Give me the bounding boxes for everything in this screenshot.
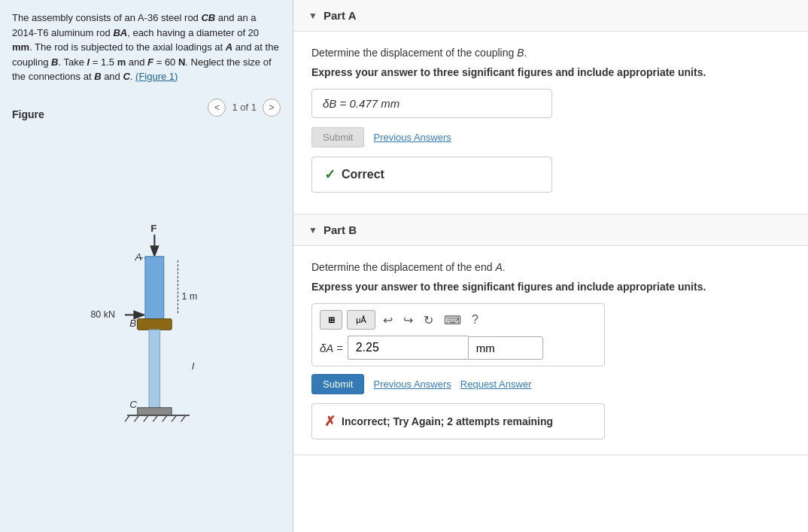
part-b-unit-input[interactable]	[468, 336, 543, 360]
problem-text: The assembly consists of an A-36 steel r…	[12, 11, 281, 84]
svg-rect-14	[137, 408, 172, 415]
figure-label: Figure	[12, 108, 44, 120]
left-panel: The assembly consists of an A-36 steel r…	[0, 0, 293, 532]
part-a-content: Determine the displacement of the coupli…	[293, 32, 808, 214]
part-b-header[interactable]: ▼ Part B	[293, 214, 808, 246]
part-b-section: ▼ Part B Determine the displacement of t…	[293, 214, 808, 455]
svg-text:A: A	[134, 251, 141, 263]
part-a-answer-box: δB = 0.477 mm	[311, 89, 552, 118]
part-a-chevron: ▼	[308, 11, 317, 21]
part-a-submit-button[interactable]: Submit	[311, 127, 364, 147]
part-b-incorrect-label: Incorrect; Try Again; 2 attempts remaini…	[342, 415, 553, 427]
figure-link[interactable]: (Figure 1)	[135, 71, 178, 82]
part-b-chevron: ▼	[308, 225, 317, 236]
part-b-input-row: δA =	[320, 336, 597, 360]
part-b-incorrect-box: ✗ Incorrect; Try Again; 2 attempts remai…	[311, 403, 605, 439]
refresh-icon: ↻	[424, 314, 433, 327]
keyboard-button[interactable]: ⌨	[441, 312, 464, 329]
undo-icon: ↩	[383, 314, 393, 327]
part-a-correct-label: Correct	[342, 168, 384, 181]
part-b-toolbar-box: ⊞ μÅ ↩ ↪ ↻ ⌨	[311, 303, 605, 366]
part-b-delta-label: δA =	[320, 342, 343, 354]
redo-icon: ↪	[403, 314, 413, 327]
part-b-submit-button[interactable]: Submit	[311, 374, 364, 394]
figure-svg: F A 80 kN 1 m B l	[56, 217, 237, 436]
svg-rect-13	[149, 330, 160, 408]
figure-count: 1 of 1	[232, 102, 257, 113]
mu-icon: μÅ	[356, 315, 366, 324]
redo-button[interactable]: ↪	[400, 312, 416, 329]
part-a-prev-answers-link[interactable]: Previous Answers	[373, 132, 451, 143]
svg-rect-12	[137, 319, 172, 330]
grid-icon: ⊞	[328, 315, 335, 325]
question-icon: ?	[472, 313, 478, 326]
figure-area: F A 80 kN 1 m B l	[12, 132, 281, 522]
svg-line-16	[125, 415, 129, 421]
micro-unit-button[interactable]: μÅ	[347, 310, 375, 330]
svg-text:80 kN: 80 kN	[90, 309, 114, 320]
svg-text:1 m: 1 m	[181, 291, 197, 302]
part-b-content: Determine the displacement of the end A.…	[293, 246, 808, 454]
svg-line-18	[143, 415, 147, 421]
part-a-submit-row: Submit Previous Answers	[311, 127, 790, 147]
grid-icon-button[interactable]: ⊞	[320, 310, 342, 330]
part-b-toolbar-row: ⊞ μÅ ↩ ↪ ↻ ⌨	[320, 310, 597, 330]
part-b-prev-answers-link[interactable]: Previous Answers	[373, 378, 451, 390]
figure-next-button[interactable]: >	[263, 99, 281, 117]
part-a-section: ▼ Part A Determine the displacement of t…	[293, 0, 808, 214]
svg-text:C: C	[129, 399, 137, 410]
part-a-answer-formula: δB = 0.477 mm	[323, 97, 399, 110]
svg-line-22	[181, 415, 185, 421]
part-a-checkmark-icon: ✓	[324, 166, 336, 183]
part-b-submit-row: Submit Previous Answers Request Answer	[311, 374, 790, 394]
keyboard-icon: ⌨	[444, 314, 461, 327]
part-a-header[interactable]: ▼ Part A	[293, 0, 808, 32]
part-a-title: Part A	[324, 9, 357, 22]
svg-text:B: B	[129, 318, 136, 329]
svg-line-17	[134, 415, 138, 421]
part-b-x-icon: ✗	[324, 413, 336, 430]
svg-text:l: l	[192, 360, 195, 372]
refresh-button[interactable]: ↻	[421, 312, 436, 329]
part-a-instruction: Express your answer to three significant…	[311, 66, 790, 78]
figure-nav: < 1 of 1 >	[208, 99, 281, 117]
part-b-request-answer-link[interactable]: Request Answer	[460, 378, 532, 390]
part-b-instruction: Express your answer to three significant…	[311, 281, 790, 293]
part-b-question: Determine the displacement of the end A.	[311, 261, 790, 273]
svg-text:F: F	[150, 223, 156, 234]
part-b-value-input[interactable]	[348, 336, 468, 360]
svg-rect-11	[144, 257, 163, 321]
svg-line-19	[153, 415, 157, 421]
svg-line-21	[172, 415, 176, 421]
help-button[interactable]: ?	[469, 312, 481, 328]
figure-prev-button[interactable]: <	[208, 99, 226, 117]
svg-line-20	[162, 415, 166, 421]
right-panel: ▼ Part A Determine the displacement of t…	[293, 0, 808, 532]
part-b-title: Part B	[324, 223, 357, 236]
part-a-correct-box: ✓ Correct	[311, 157, 552, 193]
part-a-question: Determine the displacement of the coupli…	[311, 47, 790, 59]
undo-button[interactable]: ↩	[380, 312, 396, 329]
